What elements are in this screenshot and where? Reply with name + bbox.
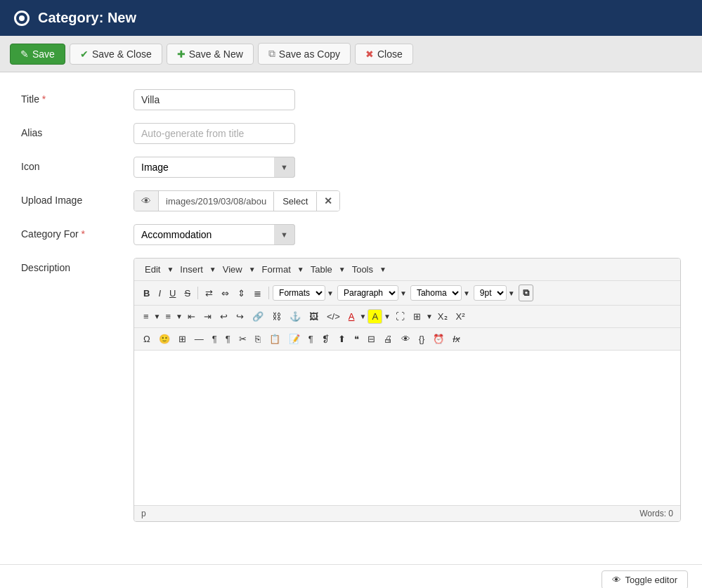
font-color-arrow: ▼ xyxy=(359,313,366,320)
indent-button[interactable]: ⇥ xyxy=(200,309,215,324)
upload-group: 👁 images/2019/03/08/abou Select ✕ xyxy=(134,190,340,211)
source-code-button[interactable]: ⊟ xyxy=(364,332,379,346)
italic-button[interactable]: I xyxy=(155,286,164,301)
clock-button[interactable]: ⏰ xyxy=(429,332,448,346)
plus-icon: ✚ xyxy=(177,48,186,60)
clear-format-button[interactable]: Ix xyxy=(449,332,463,346)
toggle-editor-bar: 👁 Toggle editor xyxy=(0,564,702,588)
table-insert-button[interactable]: ⊞ xyxy=(410,309,424,324)
editor-menu-bar: Edit ▼ Insert ▼ View ▼ Format ▼ Table ▼ … xyxy=(134,259,680,281)
print-button[interactable]: 🖨 xyxy=(380,332,396,346)
undo-button[interactable]: ↩ xyxy=(216,309,231,324)
editor-footer: p Words: 0 xyxy=(134,505,680,521)
emoji-button[interactable]: 🙂 xyxy=(155,332,174,346)
show-blocks-button[interactable]: ¶ xyxy=(209,332,221,346)
icon-select[interactable]: Image xyxy=(134,157,295,178)
redo-button[interactable]: ↪ xyxy=(233,309,247,324)
bold-button[interactable]: B xyxy=(140,286,153,301)
menu-table-arrow: ▼ xyxy=(339,266,346,273)
pilcrow-button[interactable]: ¶ xyxy=(305,332,317,346)
menu-format[interactable]: Format xyxy=(257,262,296,277)
eye-icon: 👁 xyxy=(612,575,621,585)
unlink-button[interactable]: ⛓ xyxy=(268,309,285,324)
icon-select-wrapper: Image ▼ xyxy=(134,157,295,178)
upload-image-label: Upload Image xyxy=(21,190,134,206)
copy-icon: ⧉ xyxy=(268,48,275,60)
alias-label: Alias xyxy=(21,123,134,138)
font-color-button[interactable]: A xyxy=(345,309,358,324)
paragraph-select[interactable]: Paragraph xyxy=(337,285,398,301)
upload-select-button[interactable]: Select xyxy=(274,192,317,211)
template-button[interactable]: ⊞ xyxy=(175,332,190,346)
category-for-select[interactable]: Accommodation xyxy=(134,224,295,245)
upload-clear-button[interactable]: ✕ xyxy=(317,191,339,211)
superscript-button[interactable]: X² xyxy=(453,309,469,324)
paste-button[interactable]: 📋 xyxy=(266,332,284,346)
font-select[interactable]: Tahoma xyxy=(410,285,462,301)
editor-toolbar-row1: B I U S ⇄ ⇔ ⇕ ≣ Formats ▼ Paragraph ▼ xyxy=(134,281,680,306)
save-icon: ✎ xyxy=(20,48,29,60)
icon-row: Icon Image ▼ xyxy=(21,157,681,178)
bg-color-button[interactable]: A xyxy=(368,309,382,324)
anchor-button[interactable]: ⚓ xyxy=(286,309,304,324)
cut-button[interactable]: ✂ xyxy=(235,332,250,346)
paste-text-button[interactable]: 📝 xyxy=(285,332,304,346)
formats-select[interactable]: Formats xyxy=(273,285,325,301)
preview-button[interactable]: 👁 xyxy=(398,332,414,346)
strikethrough-button[interactable]: S xyxy=(181,286,194,301)
unordered-list-button[interactable]: ≡ xyxy=(140,309,152,324)
outdent-button[interactable]: ⇤ xyxy=(184,309,199,324)
code-button[interactable]: </> xyxy=(323,309,344,324)
block-quote-button[interactable]: ❡ xyxy=(318,332,333,346)
subscript-button[interactable]: X₂ xyxy=(434,309,451,324)
special-char-button[interactable]: Ω xyxy=(140,332,154,346)
image-button[interactable]: 🖼 xyxy=(306,309,322,324)
alias-row: Alias xyxy=(21,123,681,144)
save-button[interactable]: ✎ Save xyxy=(10,44,65,65)
header-icon xyxy=(14,11,30,26)
size-select[interactable]: 9pt xyxy=(474,285,507,301)
align-center-button[interactable]: ⇔ xyxy=(218,286,233,301)
save-new-button[interactable]: ✚ Save & New xyxy=(167,44,254,65)
category-for-row: Category For * Accommodation ▼ xyxy=(21,224,681,245)
menu-insert[interactable]: Insert xyxy=(175,262,208,277)
blockquote-start-button[interactable]: ❝ xyxy=(351,332,363,346)
justify-button[interactable]: ≣ xyxy=(250,286,265,301)
upload-eye-button[interactable]: 👁 xyxy=(134,191,159,211)
icon-label: Icon xyxy=(21,157,134,172)
align-left-button[interactable]: ⇄ xyxy=(202,286,216,301)
table-arrow: ▼ xyxy=(426,313,433,320)
page-title: Category: New xyxy=(38,10,136,26)
save-close-button[interactable]: ✔ Save & Close xyxy=(70,44,162,65)
editor-toolbar-row2: ≡ ▼ ≡ ▼ ⇤ ⇥ ↩ ↪ 🔗 ⛓ ⚓ 🖼 </> A ▼ A ▼ ⛶ ⊞ … xyxy=(134,306,680,328)
ordered-list-button[interactable]: ≡ xyxy=(162,309,175,324)
paragraph-arrow: ▼ xyxy=(400,289,407,297)
align-right-button[interactable]: ⇕ xyxy=(234,286,249,301)
page-break-button[interactable]: ¶ xyxy=(222,332,234,346)
title-input[interactable] xyxy=(134,89,295,110)
checkmark-icon: ✔ xyxy=(80,48,89,60)
find-button[interactable]: ⧉ xyxy=(519,285,533,301)
description-label: Description xyxy=(21,258,134,273)
close-button[interactable]: ✖ Close xyxy=(355,44,413,65)
copy-button[interactable]: ⎘ xyxy=(252,332,264,346)
fullscreen-button[interactable]: ⛶ xyxy=(392,309,408,324)
hr-button[interactable]: — xyxy=(191,332,207,346)
editor-content[interactable] xyxy=(134,351,680,505)
title-row: Title * xyxy=(21,89,681,110)
menu-view[interactable]: View xyxy=(218,262,247,277)
save-copy-button[interactable]: ⧉ Save as Copy xyxy=(258,43,351,65)
underline-button[interactable]: U xyxy=(166,286,179,301)
alias-input[interactable] xyxy=(134,123,295,144)
title-label: Title * xyxy=(21,89,134,105)
category-for-required: * xyxy=(82,228,85,240)
editor-word-count: Words: 0 xyxy=(639,509,673,518)
code-sample-button[interactable]: {} xyxy=(415,332,429,346)
link-button[interactable]: 🔗 xyxy=(249,309,267,324)
close-icon: ✖ xyxy=(365,48,374,60)
menu-table[interactable]: Table xyxy=(306,262,337,277)
upload-button[interactable]: ⬆ xyxy=(334,332,349,346)
menu-tools[interactable]: Tools xyxy=(347,262,378,277)
menu-edit[interactable]: Edit xyxy=(140,262,165,277)
toggle-editor-button[interactable]: 👁 Toggle editor xyxy=(602,570,688,588)
